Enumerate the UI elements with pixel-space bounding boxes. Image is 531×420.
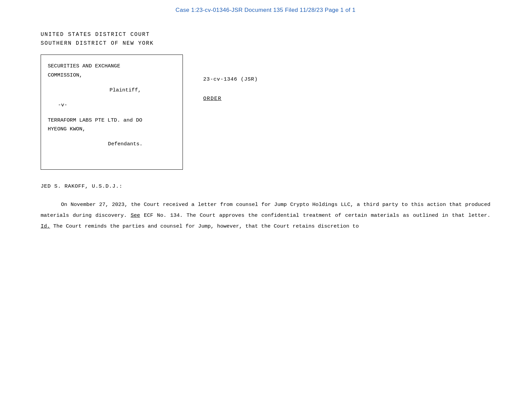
body-paragraph-1: On November 27, 2023, the Court received… [41,200,490,232]
case-number: 23-cv-1346 (JSR) [203,75,258,84]
parties-box: SECURITIES AND EXCHANGE COMMISSION, Plai… [41,55,183,170]
body-text: On November 27, 2023, the Court received… [41,200,490,232]
id-citation: Id. [41,223,50,229]
order-label: ORDER [203,94,258,103]
case-block: SECURITIES AND EXCHANGE COMMISSION, Plai… [41,55,511,170]
court-line1: UNITED STATES DISTRICT COURT [41,30,511,39]
court-name: UNITED STATES DISTRICT COURT SOUTHERN DI… [41,30,511,48]
plaintiff-name-line2: COMMISSION, [48,71,176,80]
defendant-name-line1: TERRAFORM LABS PTE LTD. and DO [48,116,176,125]
court-line2: SOUTHERN DISTRICT OF NEW YORK [41,39,511,48]
case-header: Case 1:23-cv-01346-JSR Document 135 File… [20,7,511,14]
case-info-section: 23-cv-1346 (JSR) ORDER [203,55,258,103]
judge-line: JED S. RAKOFF, U.S.D.J.: [41,183,511,189]
plaintiff-label: Plaintiff, [48,86,176,94]
defendants-label: Defendants. [48,140,176,148]
plaintiff-name-line1: SECURITIES AND EXCHANGE [48,62,176,70]
versus-label: -v- [58,101,176,109]
see-citation: See [131,212,140,218]
defendant-name-line2: HYEONG KWON, [48,125,176,133]
case-header-text: Case 1:23-cv-01346-JSR Document 135 File… [175,7,355,13]
page-container: Case 1:23-cv-01346-JSR Document 135 File… [0,0,531,420]
